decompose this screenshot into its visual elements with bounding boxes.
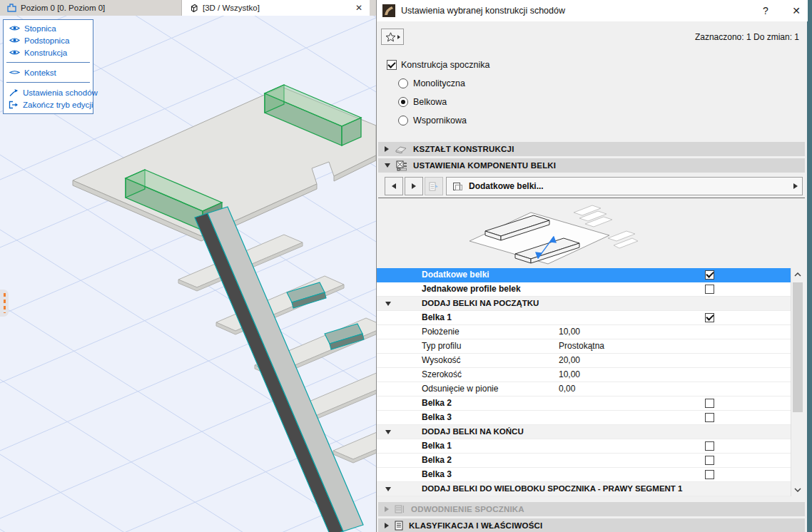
landing-structure-checkbox[interactable]: Konstrukcja spocznika: [387, 60, 489, 70]
component-navigator: Dodatkowe belki...: [385, 177, 803, 195]
scroll-down-button[interactable]: [791, 484, 804, 496]
beam-table: Dodatkowe belkiJednakowe profile belekDO…: [377, 268, 791, 496]
collapsed-triangle-icon: [385, 146, 389, 152]
transfer-settings-icon: [429, 181, 439, 191]
row-checkbox[interactable]: [705, 413, 714, 422]
radio-icon: [398, 116, 408, 126]
group-collapse-icon[interactable]: [385, 487, 391, 491]
section-shape[interactable]: KSZTAŁT KONSTRUKCJI: [378, 142, 805, 156]
palette-dock-handle[interactable]: [0, 290, 9, 317]
palette-item-zakończ-tryb-edycji[interactable]: Zakończ tryb edycji: [4, 98, 93, 111]
table-row-dodaj-belki-na-początku[interactable]: DODAJ BELKI NA POCZĄTKU: [377, 297, 791, 311]
table-row-belka-1[interactable]: Belka 1: [377, 439, 791, 454]
selection-status: Zaznaczono: 1 Do zmian: 1: [377, 32, 799, 42]
stair-settings-icon: [9, 88, 19, 97]
scroll-up-button[interactable]: [791, 268, 804, 281]
app-root: { "window": { "tabs": [ { "label": "Pozi…: [0, 0, 812, 532]
exit-edit-icon: [9, 101, 19, 109]
table-row-dodatkowe-belki[interactable]: Dodatkowe belki: [377, 268, 791, 282]
row-checkbox[interactable]: [705, 285, 714, 294]
stair-structure-settings-dialog: Ustawienia wybranej konstrukcji schodów …: [376, 0, 812, 532]
next-component-button[interactable]: [405, 177, 423, 195]
table-scrollbar[interactable]: [791, 268, 803, 496]
table-row-belka-1[interactable]: Belka 1: [377, 311, 791, 325]
radio-wspornikowa[interactable]: Wspornikowa: [398, 115, 467, 126]
row-checkbox[interactable]: [705, 313, 714, 322]
table-row-belka-2[interactable]: Belka 2: [377, 454, 791, 468]
eye-open-icon: [9, 48, 20, 56]
table-row-odsunięcie-w-pionie[interactable]: Odsunięcie w pionie0,00: [377, 382, 791, 397]
radio-belkowa[interactable]: Belkowa: [398, 96, 447, 108]
table-row-belka-3[interactable]: Belka 3: [377, 411, 791, 425]
dialog-title-bar[interactable]: Ustawienia wybranej konstrukcji schodów: [377, 0, 808, 21]
table-row-dodaj-belki-do-wieloboku-spocznika-prawy-segment-1[interactable]: DODAJ BELKI DO WIELOBOKU SPOCZNIKA - PRA…: [377, 482, 791, 496]
divider: [378, 198, 805, 198]
chevron-down-icon: [794, 488, 801, 492]
viewport-area: Poziom 0 [0. Poziom 0] [3D / Wszystko] ✕: [0, 0, 376, 532]
palette-item-stopnica[interactable]: Stopnica: [4, 22, 93, 34]
tab-label: Poziom 0 [0. Poziom 0]: [21, 4, 105, 12]
radio-monolityczna[interactable]: Monolityczna: [398, 78, 465, 89]
table-row-belka-3[interactable]: Belka 3: [377, 468, 791, 482]
table-row-szerokość[interactable]: Szerokość10,00: [377, 368, 791, 382]
palette-separator: [6, 82, 90, 83]
help-button[interactable]: ?: [755, 0, 776, 21]
dialog-edge-strip: [807, 0, 812, 532]
expanded-triangle-icon: [385, 163, 390, 168]
chevron-up-icon: [794, 272, 801, 277]
beam-component-icon: [396, 160, 407, 171]
palette-item-podstopnica[interactable]: Podstopnica: [4, 34, 93, 46]
radio-icon: [398, 78, 408, 88]
component-dropdown[interactable]: Dodatkowe belki...: [446, 177, 803, 195]
table-row-położenie[interactable]: Położenie10,00: [377, 325, 791, 339]
tab-floor-plan[interactable]: Poziom 0 [0. Poziom 0]: [0, 0, 182, 16]
collapsed-triangle-icon: [385, 523, 389, 528]
palette-separator: [6, 62, 90, 63]
previous-component-button[interactable]: [385, 177, 403, 195]
stair-settings-dialog-icon: [382, 4, 395, 17]
scrollbar-thumb[interactable]: [793, 282, 803, 412]
row-checkbox[interactable]: [705, 470, 714, 479]
dock-handle-stripe-icon: [4, 293, 6, 313]
palette-item-ustawienia-schodów[interactable]: Ustawienia schodów: [4, 86, 93, 98]
beam-preview-diagram: [454, 200, 639, 265]
dialog-title: Ustawienia wybranej konstrukcji schodów: [401, 6, 565, 16]
dropdown-arrow-icon: [793, 183, 798, 189]
eye-open-icon: [9, 24, 20, 32]
checkbox-icon: [387, 60, 397, 70]
section-drainage[interactable]: ODWODNIENIE SPOCZNIKA: [378, 502, 805, 516]
row-checkbox[interactable]: [705, 399, 714, 408]
collapsed-triangle-icon: [385, 506, 389, 512]
edit-palette: StopnicaPodstopnicaKonstrukcjaKontekstUs…: [3, 19, 93, 114]
radio-icon: [398, 97, 408, 107]
eye-closed-icon: [9, 68, 20, 76]
close-button[interactable]: ✕: [785, 0, 808, 21]
transfer-settings-button[interactable]: [425, 177, 443, 195]
row-checkbox[interactable]: [705, 441, 714, 451]
table-row-wysokość[interactable]: Wysokość20,00: [377, 354, 791, 368]
tab-close-icon[interactable]: ✕: [355, 4, 362, 12]
tab-3d-view[interactable]: [3D / Wszystko] ✕: [182, 0, 370, 16]
table-row-jednakowe-profile-belek[interactable]: Jednakowe profile belek: [377, 282, 791, 297]
floor-plan-icon: [7, 4, 16, 12]
table-row-typ-profilu[interactable]: Typ profiluProstokątna: [377, 339, 791, 354]
section-beam-component[interactable]: USTAWIENIA KOMPONENTU BELKI: [378, 158, 805, 173]
tab-label: [3D / Wszystko]: [203, 4, 260, 12]
row-checkbox[interactable]: [705, 456, 714, 465]
eye-open-icon: [9, 36, 20, 44]
3d-view-icon: [189, 4, 198, 13]
view-tab-bar: Poziom 0 [0. Poziom 0] [3D / Wszystko] ✕: [0, 0, 376, 16]
classification-icon: [395, 521, 403, 531]
table-row-dodaj-belki-na-końcu[interactable]: DODAJ BELKI NA KOŃCU: [377, 425, 791, 439]
structure-shape-icon: [395, 145, 407, 153]
beam-profile-icon: [452, 182, 463, 191]
section-classification[interactable]: KLASYFIKACJA I WŁAŚCIWOŚCI: [378, 518, 805, 532]
table-row-belka-2[interactable]: Belka 2: [377, 397, 791, 411]
palette-item-konstrukcja[interactable]: Konstrukcja: [4, 46, 93, 58]
drainage-icon: [395, 505, 405, 513]
group-collapse-icon[interactable]: [385, 430, 391, 434]
palette-item-kontekst[interactable]: Kontekst: [4, 66, 93, 78]
group-collapse-icon[interactable]: [385, 302, 391, 306]
row-checkbox[interactable]: [705, 270, 714, 280]
